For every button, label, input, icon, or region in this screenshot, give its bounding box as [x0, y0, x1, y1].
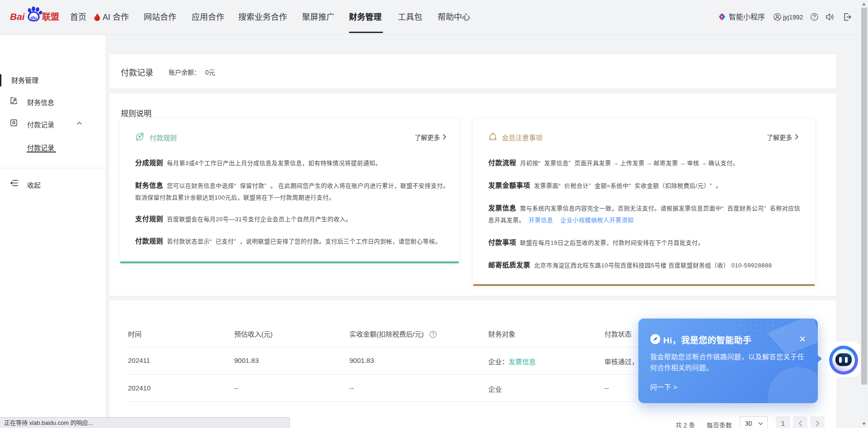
- svg-text:联盟: 联盟: [42, 12, 59, 22]
- svg-text:Bai: Bai: [10, 11, 25, 22]
- svg-text:du: du: [31, 15, 37, 20]
